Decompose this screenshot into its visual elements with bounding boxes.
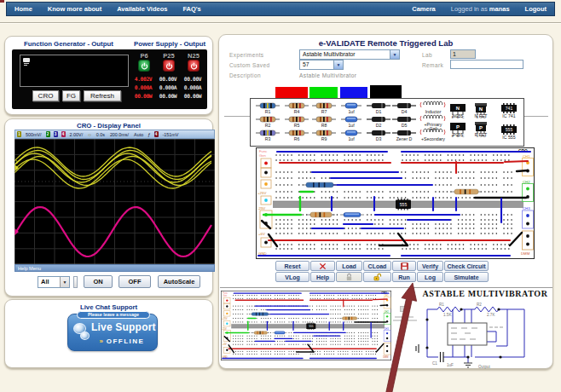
supply-value-P25-row2: 00.00W <box>154 93 182 99</box>
check-circuit-button[interactable]: Check Circuit <box>444 261 489 271</box>
power-button-P25[interactable] <box>163 60 175 72</box>
description-value: Astable Multivibrator <box>299 72 356 78</box>
nav-right: Camera Logged in as manas Logout <box>404 5 554 13</box>
refresh-button[interactable]: Refresh <box>84 90 121 101</box>
svg-text:+Secondary: +Secondary <box>421 136 445 141</box>
custom-saved-select[interactable]: 57▼ <box>299 60 344 70</box>
svg-text:N: N <box>456 106 460 111</box>
corner-chip <box>0 0 4 3</box>
svg-text:R3: R3 <box>265 136 271 141</box>
board-part-resistor-blue-0[interactable] <box>303 182 337 187</box>
live-support-badge[interactable]: Please leave a message Live Support » OF… <box>67 314 158 351</box>
svg-text:D3: D3 <box>376 136 382 141</box>
experiments-select-arrow[interactable]: ▼ <box>390 50 399 59</box>
supply-name-N25: N25 <box>181 52 206 60</box>
svg-text:R2: R2 <box>265 123 271 128</box>
nav-item-logout[interactable]: Logout <box>518 5 554 13</box>
nav-item-home[interactable]: Home <box>7 5 40 13</box>
lock-open-button[interactable] <box>363 272 391 282</box>
lab-input[interactable] <box>450 49 476 59</box>
nav-item-camera[interactable]: Camera <box>404 5 443 13</box>
board-part-resistor-blue-0 <box>250 313 270 316</box>
svg-text:1uf: 1uf <box>348 109 355 114</box>
board-part-resistor-tan-1[interactable] <box>451 189 482 194</box>
vlog-button[interactable]: VLog <box>275 272 309 282</box>
wire-color-red[interactable] <box>275 87 308 99</box>
page: Home Know more about Available Videos FA… <box>0 0 561 392</box>
control-divider <box>73 276 78 288</box>
simulate-button[interactable]: Simulate <box>444 272 489 282</box>
board-part-resistor-tan-2[interactable] <box>307 212 335 217</box>
custom-saved-select-arrow[interactable]: ▼ <box>333 61 343 69</box>
log-button[interactable]: Log <box>417 272 443 282</box>
svg-text:R8: R8 <box>321 123 327 128</box>
board-wire-red-4[interactable] <box>505 161 528 162</box>
channel-select-arrow[interactable]: ▼ <box>60 277 69 287</box>
delete-x-button[interactable] <box>310 261 335 271</box>
nav-left: Home Know more about Available Videos FA… <box>7 5 209 13</box>
svg-text:C1: C1 <box>432 361 437 366</box>
channel-select[interactable]: All▼ <box>38 276 70 288</box>
svg-text:CH2: CH2 <box>523 180 530 184</box>
on-button[interactable]: ON <box>84 275 113 288</box>
svg-text:2.7K: 2.7K <box>487 313 495 317</box>
supply-value-N25-row2: 00.00W <box>179 93 206 99</box>
component-tray-graphic: R1R2R3R4R5R6R7R8R91uf1uf1ufD1D2D3D4D5Zen… <box>251 99 523 145</box>
board-part-resistor-tan-2 <box>252 331 269 335</box>
reset-button[interactable]: Reset <box>275 261 309 271</box>
wire-color-blue[interactable] <box>340 87 367 99</box>
svg-text:741: 741 <box>506 106 513 111</box>
power-button-P6[interactable] <box>138 60 150 72</box>
experiments-label: Experiments <box>229 52 264 58</box>
svg-text:1uf: 1uf <box>348 136 355 141</box>
svg-text:R1: R1 <box>439 303 444 307</box>
svg-text:R6: R6 <box>294 136 300 141</box>
nav-item-available-videos[interactable]: Available Videos <box>109 5 175 13</box>
load-button[interactable]: Load <box>336 261 362 271</box>
board-chip-555[interactable]: 555 <box>396 199 411 210</box>
ch4-scale: 2.00V/ <box>70 132 84 137</box>
nav-item-faqs[interactable]: FAQ's <box>175 5 208 13</box>
hint-icon <box>400 306 407 312</box>
help-button[interactable]: Help <box>310 272 335 282</box>
supply-value-N25-row0: 00.00V <box>179 76 206 82</box>
autoscale-button[interactable]: AutoScale <box>158 275 200 288</box>
board-wire-red-4 <box>373 299 388 300</box>
scope-help-menu[interactable]: Help Menu <box>14 264 215 272</box>
experiments-select[interactable]: Astable Multivibrator▼ <box>299 49 400 60</box>
lock-closed-button[interactable] <box>336 272 362 282</box>
svg-text:R9: R9 <box>321 136 327 141</box>
remark-input[interactable] <box>450 60 523 69</box>
live-chat-panel: Live Chat Support Please leave a message… <box>4 299 213 368</box>
board-wire-black-7[interactable] <box>517 170 528 171</box>
svg-text:P055: P055 <box>453 132 463 137</box>
fg-button[interactable]: FG <box>62 90 80 101</box>
wire-color-green[interactable] <box>309 87 338 99</box>
svg-text:D5: D5 <box>402 123 408 128</box>
svg-text:R4: R4 <box>294 109 300 114</box>
svg-text:1: 1 <box>15 159 18 164</box>
svg-text:DMM: DMM <box>383 355 388 359</box>
power-button-N25[interactable] <box>188 60 200 72</box>
breadboard[interactable]: FuncGen+25V-25V+6VGNDCROCH1CH2CH3DMM555 <box>256 147 535 259</box>
svg-text:555: 555 <box>309 325 313 328</box>
supply-value-P25-row1: 0.000A <box>154 84 182 90</box>
off-button[interactable]: OFF <box>119 275 151 288</box>
channel-badge-2: 2 <box>46 131 50 137</box>
cro-button[interactable]: CRO <box>32 90 59 101</box>
svg-text:R2: R2 <box>477 303 482 307</box>
save-floppy-button[interactable] <box>392 261 416 271</box>
lab-label: Lab <box>422 52 432 58</box>
run-button[interactable]: Run <box>392 272 416 282</box>
live-chat-title: Live Chat Support <box>5 303 212 311</box>
scope-status-bar: 1500mV/2342.00V/☼0.0s200.0ms/Autoƒ4-151m… <box>14 130 215 139</box>
verify-button[interactable]: Verify <box>417 261 443 271</box>
live-support-label: Live Support <box>91 321 156 333</box>
nav-item-know-more[interactable]: Know more about <box>40 5 109 13</box>
custom-saved-label: Custom Saved <box>229 62 269 68</box>
hint-text-line2 <box>393 320 417 321</box>
cro-panel: CRO - Display Panel 1500mV/2342.00V/☼0.0… <box>4 118 213 297</box>
channel-badge-4: 4 <box>154 131 159 137</box>
cload-button[interactable]: CLoad <box>363 261 391 271</box>
svg-text:P: P <box>456 124 460 130</box>
